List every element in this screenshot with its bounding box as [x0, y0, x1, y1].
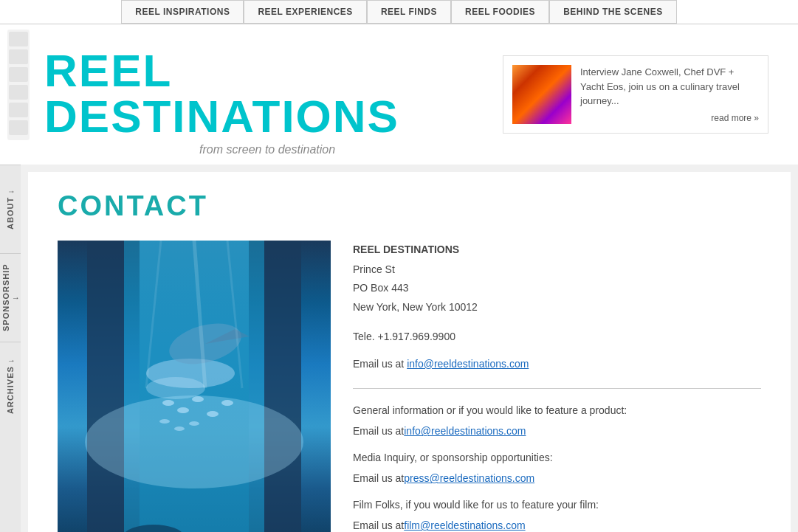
nav-item-reel-experiences[interactable]: REEL EXPERIENCES: [244, 0, 366, 24]
info-media-email-prefix: Email us at: [353, 472, 404, 484]
email-line: Email us at info@reeldestinations.com: [353, 355, 761, 373]
page-title: CONTACT: [58, 190, 761, 222]
svg-point-18: [159, 419, 170, 424]
site-logo-title: REEL DESTINATIONS: [44, 48, 503, 139]
svg-rect-3: [9, 67, 28, 82]
info-general-email-prefix: Email us at: [353, 425, 404, 437]
nav-item-reel-inspirations[interactable]: REEL INSPIRATIONS: [121, 0, 244, 24]
nav-item-reel-finds[interactable]: REEL FINDS: [367, 0, 451, 24]
svg-rect-1: [9, 32, 28, 46]
nav-item-reel-foodies[interactable]: REEL FOODIES: [451, 0, 549, 24]
main-layout: ABOUT ↓SPONSORSHIP ↓ARCHIVES ↓ CONTACT: [0, 165, 798, 532]
sidebar-item-archives[interactable]: ARCHIVES ↓: [0, 342, 21, 430]
svg-point-16: [207, 411, 219, 417]
info-media-email-link[interactable]: press@reeldestinations.com: [404, 472, 534, 484]
contact-info-block: General information or if you would like…: [353, 400, 761, 532]
email-prefix-text: Email us at: [353, 358, 404, 370]
section-divider: [353, 388, 761, 389]
featured-article-box: Interview Jane Coxwell, Chef DVF + Yacht…: [503, 55, 768, 134]
left-sidebar: ABOUT ↓SPONSORSHIP ↓ARCHIVES ↓: [0, 165, 21, 532]
svg-point-19: [174, 426, 185, 431]
sidebar-item-sponsorship[interactable]: SPONSORSHIP ↓: [0, 253, 21, 342]
site-logo-subtitle: from screen to destination: [199, 143, 503, 156]
info-section-film: Film Folks, if you would like for us to …: [353, 494, 761, 532]
svg-point-17: [221, 400, 233, 406]
featured-article-text: Interview Jane Coxwell, Chef DVF + Yacht…: [580, 65, 759, 108]
contact-details: REEL DESTINATIONS Prince St PO Box 443 N…: [353, 241, 761, 532]
info-general-email-link[interactable]: info@reeldestinations.com: [404, 425, 526, 437]
address-line-3: New York, New York 10012: [353, 298, 761, 317]
nav-item-behind-the-scenes[interactable]: BEHIND THE SCENES: [549, 0, 677, 24]
featured-article-image: [512, 65, 571, 124]
address-block: REEL DESTINATIONS Prince St PO Box 443 N…: [353, 241, 761, 317]
featured-read-more-link[interactable]: read more »: [580, 113, 759, 123]
svg-rect-5: [9, 103, 28, 117]
info-film-email-prefix: Email us at: [353, 519, 404, 531]
info-media-text: Media Inquiry, or sponsorship opportunit…: [353, 452, 553, 463]
top-navigation: REEL INSPIRATIONSREEL EXPERIENCESREEL FI…: [0, 0, 798, 24]
svg-rect-4: [9, 85, 28, 100]
contact-container: REEL DESTINATIONS Prince St PO Box 443 N…: [58, 241, 761, 532]
sidebar-item-about[interactable]: ABOUT ↓: [0, 165, 21, 253]
info-general-text: General information or if you would like…: [353, 404, 627, 416]
info-section-general: General information or if you would like…: [353, 400, 761, 441]
content-area: CONTACT: [28, 172, 791, 532]
contact-aquarium-image: [58, 241, 331, 532]
svg-rect-7: [87, 241, 124, 532]
svg-point-15: [192, 396, 204, 402]
address-line-2: PO Box 443: [353, 279, 761, 297]
company-name: REEL DESTINATIONS: [353, 241, 761, 259]
svg-point-13: [162, 400, 174, 406]
svg-point-14: [177, 407, 189, 413]
site-header: REEL DESTINATIONS from screen to destina…: [0, 24, 798, 165]
info-section-media: Media Inquiry, or sponsorship opportunit…: [353, 447, 761, 488]
svg-rect-6: [9, 120, 28, 135]
info-film-email-link[interactable]: film@reeldestinations.com: [404, 519, 525, 531]
svg-point-11: [146, 377, 205, 399]
svg-rect-8: [264, 241, 301, 532]
svg-point-20: [189, 421, 199, 426]
main-email-link[interactable]: info@reeldestinations.com: [407, 358, 529, 370]
info-film-text: Film Folks, if you would like for us to …: [353, 499, 599, 511]
address-line-1: Prince St: [353, 260, 761, 279]
logo-area: REEL DESTINATIONS from screen to destina…: [15, 33, 503, 156]
svg-rect-2: [9, 49, 28, 64]
phone-number: Tele. +1.917.969.9900: [353, 328, 761, 346]
